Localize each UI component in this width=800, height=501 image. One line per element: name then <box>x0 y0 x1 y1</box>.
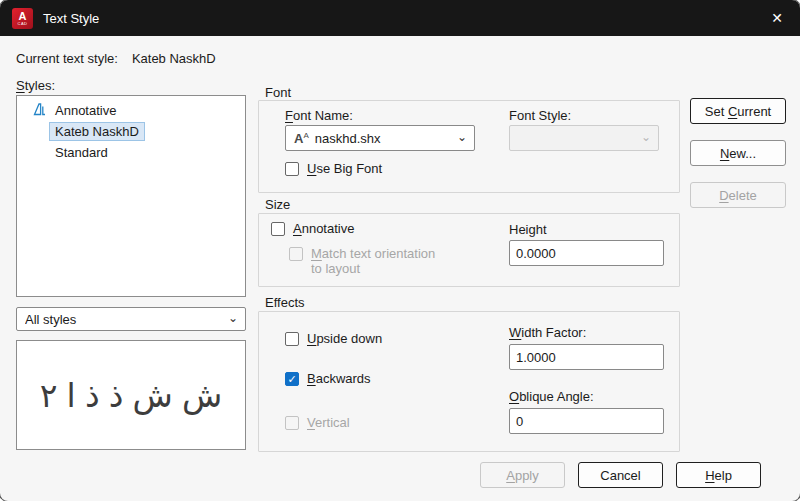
shx-font-icon: A A <box>294 132 309 145</box>
preview-text: ش ش ذ ذ ا ٢ <box>40 376 223 415</box>
height-label: Height <box>509 222 547 237</box>
list-item-annotative[interactable]: Annotative <box>17 100 245 121</box>
list-item-standard[interactable]: Standard <box>17 142 245 163</box>
apply-button: Apply <box>480 462 565 488</box>
current-style-label: Current text style: <box>16 51 118 66</box>
list-item-label: Annotative <box>50 102 121 119</box>
effects-group-title: Effects <box>265 295 305 310</box>
use-big-font-label: Use Big Font <box>307 161 382 176</box>
style-filter-dropdown[interactable]: All styles ⌄ <box>16 307 246 331</box>
font-style-label: Font Style: <box>509 108 571 123</box>
annotative-icon <box>33 103 46 116</box>
match-orientation-checkbox: ✓ <box>289 247 303 261</box>
window-title: Text Style <box>43 11 99 26</box>
close-icon: ✕ <box>771 10 783 26</box>
check-icon: ✓ <box>286 373 298 386</box>
current-style-value: Kateb NaskhD <box>132 51 216 66</box>
annotative-row[interactable]: ✓ Annotative <box>271 221 354 236</box>
use-big-font-row[interactable]: ✓ Use Big Font <box>285 161 382 176</box>
annotative-checkbox[interactable]: ✓ <box>271 222 285 236</box>
backwards-row[interactable]: ✓ Backwards <box>285 371 371 386</box>
match-orientation-label-line1: Match text orientation <box>311 246 435 261</box>
height-input[interactable] <box>509 240 664 266</box>
current-style-row: Current text style: Kateb NaskhD <box>16 51 216 66</box>
list-item-kateb-naskhd[interactable]: Kateb NaskhD <box>17 121 245 142</box>
match-orientation-row: ✓ Match text orientation to layout <box>289 246 435 276</box>
chevron-down-icon: ⌄ <box>457 130 467 144</box>
match-orientation-label: Match text orientation to layout <box>311 246 435 276</box>
list-item-label: Standard <box>50 144 113 161</box>
font-style-dropdown: ⌄ <box>509 125 659 151</box>
preview-panel: ش ش ذ ذ ا ٢ <box>16 340 246 450</box>
upside-down-checkbox[interactable]: ✓ <box>285 332 299 346</box>
upside-down-label: Upside down <box>307 331 382 346</box>
set-current-button[interactable]: Set Current <box>690 98 786 124</box>
annotative-label: Annotative <box>293 221 354 236</box>
close-button[interactable]: ✕ <box>754 0 800 36</box>
new-button[interactable]: New... <box>690 140 786 166</box>
cancel-button[interactable]: Cancel <box>578 462 663 488</box>
oblique-angle-label: Oblique Angle: <box>509 389 594 404</box>
size-group: ✓ Annotative ✓ Match text orientation to… <box>258 213 680 287</box>
help-button[interactable]: Help <box>676 462 761 488</box>
delete-button: Delete <box>690 182 786 208</box>
autocad-logo-icon: A CAD <box>12 8 33 29</box>
chevron-down-icon: ⌄ <box>641 130 651 144</box>
shx-icon-letter: A <box>294 132 303 145</box>
logo-sub: CAD <box>18 21 28 26</box>
text-style-dialog: A CAD Text Style ✕ Current text style: K… <box>0 0 800 501</box>
backwards-label: Backwards <box>307 371 371 386</box>
oblique-angle-input[interactable] <box>509 408 664 434</box>
vertical-checkbox: ✓ <box>285 416 299 430</box>
list-item-label: Kateb NaskhD <box>50 123 144 140</box>
font-name-dropdown[interactable]: A A naskhd.shx ⌄ <box>285 125 475 151</box>
font-name-value: naskhd.shx <box>315 131 452 146</box>
titlebar: A CAD Text Style ✕ <box>0 0 800 36</box>
effects-group: ✓ Upside down ✓ Backwards ✓ Vertical Wid… <box>258 311 680 452</box>
use-big-font-checkbox[interactable]: ✓ <box>285 162 299 176</box>
width-factor-label: Width Factor: <box>509 325 586 340</box>
font-group: Font Name: A A naskhd.shx ⌄ Font Style: … <box>258 100 680 193</box>
style-filter-value: All styles <box>25 312 223 327</box>
size-group-title: Size <box>265 197 290 212</box>
chevron-down-icon: ⌄ <box>228 311 238 325</box>
vertical-label: Vertical <box>307 415 350 430</box>
upside-down-row[interactable]: ✓ Upside down <box>285 331 382 346</box>
vertical-row: ✓ Vertical <box>285 415 350 430</box>
styles-label: Styles: <box>16 78 55 93</box>
font-group-title: Font <box>265 85 291 100</box>
logo-letter: A <box>19 11 27 21</box>
font-name-label: Font Name: <box>285 108 353 123</box>
match-orientation-label-line2: to layout <box>311 261 435 276</box>
shx-icon-superscript: A <box>303 132 308 140</box>
backwards-checkbox[interactable]: ✓ <box>285 372 299 386</box>
styles-list[interactable]: Annotative Kateb NaskhD Standard <box>16 95 246 297</box>
width-factor-input[interactable] <box>509 344 664 370</box>
